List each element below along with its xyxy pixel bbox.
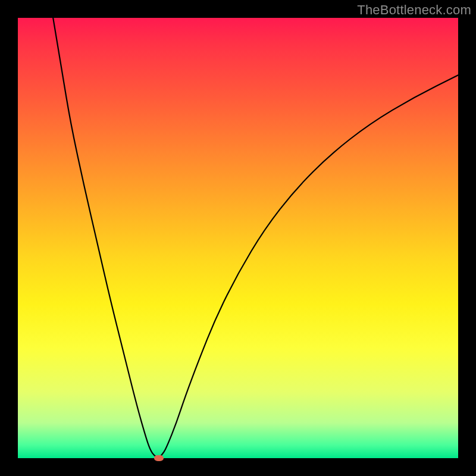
bottleneck-curve — [18, 18, 458, 458]
watermark-text: TheBottleneck.com — [357, 2, 471, 18]
plot-area — [18, 18, 458, 458]
chart-frame: TheBottleneck.com — [0, 0, 476, 476]
optimal-point-marker — [154, 455, 164, 461]
